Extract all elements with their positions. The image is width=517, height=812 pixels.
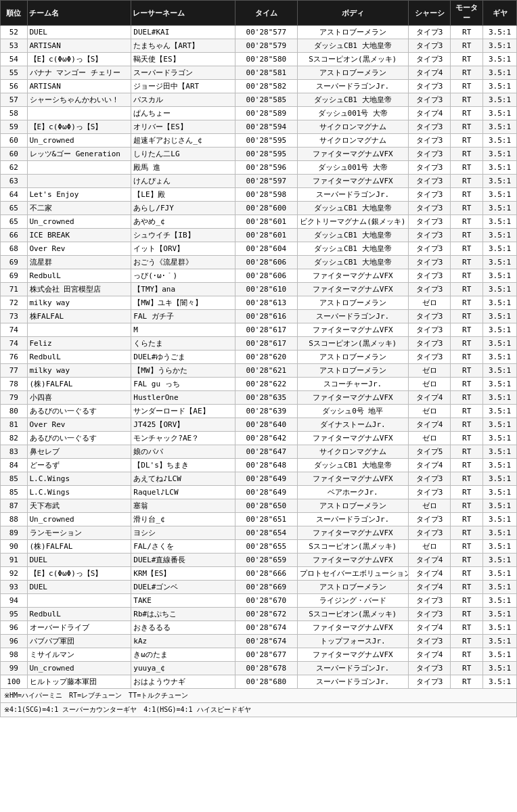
table-row: 65不二家あらし/FJY00'28"600ダッシュCB1 大地皇帝タイプ3RT3… <box>1 202 517 215</box>
table-row: 84どーるず【DL's】ちまき00'28"648ダッシュCB1 大地皇帝タイプ4… <box>1 459 517 472</box>
table-row: 77milky way【MW】うらかた00'28"621アストロブーメランゼロR… <box>1 364 517 378</box>
table-row: 74Felizくらたま00'28"617Sスコーピオン(黒メッキ)タイプ3RT3… <box>1 337 517 351</box>
header-time: タイム <box>235 1 297 26</box>
results-table: 順位 チーム名 レーサーネーム タイム ボディ シャーシ モーター ギヤ 52D… <box>0 0 517 689</box>
header-chassis: シャーシ <box>408 1 450 26</box>
table-row: 92【E】c(ΦωΦ)っ【S】KRM【ES】00'28"666プロトセイバーエボ… <box>1 567 517 581</box>
table-row: 100ヒルトップ藤本軍団おはようウナギ00'28"680スーパードラゴンJr.タ… <box>1 675 517 689</box>
header-team: チーム名 <box>27 1 131 26</box>
table-row: 53ARTISANたまちゃん【ART】00'28"579ダッシュCB1 大地皇帝… <box>1 39 517 53</box>
header-racer: レーサーネーム <box>131 1 235 26</box>
table-row: 99Un_crownedyuuya_¢00'28"678スーパードラゴンJr.タ… <box>1 662 517 675</box>
header-body: ボディ <box>297 1 408 26</box>
table-row: 74M00'28"617ファイターマグナムVFXタイプ3RT3.5:1 <box>1 323 517 337</box>
table-row: 55バナナ マンゴー チェリースーパードラゴン00'28"581アストロブーメラ… <box>1 66 517 80</box>
table-row: 83鼻セレブ娘のパパ00'28"647サイクロンマグナムタイプ5RT3.5:1 <box>1 445 517 459</box>
table-row: 69RedbulLっぴ(･ω･｀)00'28"606ファイターマグナムVFXタイ… <box>1 269 517 283</box>
table-row: 63けんぴょん00'28"597ファイターマグナムVFXタイプ3RT3.5:1 <box>1 175 517 188</box>
table-row: 81Over RevJT425【ORV】00'28"640ダイナストームJr.タ… <box>1 418 517 432</box>
table-row: 98ミサイルマンきωのたま00'28"677ファイターマグナムVFXタイプ4RT… <box>1 648 517 662</box>
table-row: 73株FALFALFAL ガチ子00'28"616スーパードラゴンJr.タイプ3… <box>1 310 517 323</box>
table-row: 85L.C.WingsRaquel♪LCW00'28"649ベアホークJr.タイ… <box>1 486 517 499</box>
table-row: 78(株)FALFALFAL gu っち00'28"622スコーチャーJr.ゼロ… <box>1 378 517 391</box>
table-row: 85L.C.Wingsあえてね♪LCW00'28"649ファイターマグナムVFX… <box>1 472 517 486</box>
table-row: 71株式会社 田宮模型店【TMY】ana00'28"610ファイターマグナムVF… <box>1 283 517 296</box>
table-row: 87天下布武塞翁00'28"650アストロブーメランゼロRT3.5:1 <box>1 499 517 513</box>
table-row: 88Un_crowned滑り台_¢00'28"651スーパードラゴンJr.タイプ… <box>1 513 517 526</box>
table-row: 82あるびのい一ぐるすモンチャック?AE？00'28"642ファイターマグナムV… <box>1 432 517 445</box>
table-row: 52DUELDUEL#KAI00'28"577アストロブーメランタイプ3RT3.… <box>1 26 517 39</box>
table-row: 60レッツ&ゴー Generationしりたん二LG00'28"595ファイター… <box>1 148 517 161</box>
table-row: 95RedbulLRb#はぷちこ00'28"672Sスコーピオン(黒メッキ)タイ… <box>1 608 517 621</box>
table-row: 96パブパブ軍団kAz00'28"674トップフォースJr.タイプ3RT3.5:… <box>1 635 517 648</box>
table-row: 58ぱんちょー00'28"589ダッシュ001号 大帝タイプ4RT3.5:1 <box>1 107 517 120</box>
header-gear: ギヤ <box>483 1 517 26</box>
table-row: 54【E】c(ΦωΦ)っ【S】鞨天使【ES】00'28"580Sスコーピオン(黒… <box>1 53 517 66</box>
table-row: 79小四喜HustlerOne00'28"635ファイターマグナムVFXタイプ4… <box>1 391 517 405</box>
table-row: 96オーバードライブおきるるる00'28"674ファイターマグナムVFXタイプ4… <box>1 621 517 635</box>
table-row: 89ランモーションヨシシ00'28"654ファイターマグナムVFXタイプ3RT3… <box>1 526 517 540</box>
table-row: 59【E】c(ΦωΦ)っ【S】オリバー【ES】00'28"594サイクロンマグナ… <box>1 120 517 134</box>
table-row: 62殿馬 進00'28"596ダッシュ001号 大帝タイプ3RT3.5:1 <box>1 161 517 175</box>
table-row: 91DUELDUEL#直線番長00'28"659ファイターマグナムVFXタイプ4… <box>1 554 517 567</box>
table-row: 60Un_crowned超速ギアおじさん_¢00'28"595サイクロンマグナム… <box>1 134 517 148</box>
footer-note2: ※4:1(SCG)=4:1 スーパーカウンターギヤ 4:1(HSG)=4:1 ハ… <box>0 703 517 717</box>
table-row: 72milky way【MW】ユキ【闇々】00'28"613アストロブーメランゼ… <box>1 296 517 310</box>
header-rank: 順位 <box>1 1 28 26</box>
footer-note1: ※HM=ハイパーミニ RT=レブチューン TT=トルクチューン <box>0 689 517 703</box>
table-row: 80あるびのい一ぐるすサンダーロード【AE】00'28"639ダッシュ0号 地平… <box>1 405 517 418</box>
table-row: 69流星群おごう《流星群》00'28"606ダッシュCB1 大地皇帝タイプ3RT… <box>1 256 517 269</box>
header-motor: モーター <box>451 1 483 26</box>
table-row: 65Un_crownedあやめ_¢00'28"601ビクトリーマグナム(銀メッキ… <box>1 215 517 229</box>
table-row: 64Let's Enjoy【LE】殿00'28"598スーパードラゴンJr.タイ… <box>1 188 517 202</box>
table-row: 57シャーシちゃんかわいい！パスカル00'28"585ダッシュCB1 大地皇帝タ… <box>1 93 517 107</box>
table-row: 76RedbulLDUEL#ゆうごま00'28"620アストロブーメランタイプ3… <box>1 351 517 364</box>
table-row: 94TAKE00'28"670ライジング・バードタイプ3RT3.5:1 <box>1 594 517 608</box>
table-row: 90(株)FALFALFAL/さくを00'28"655Sスコーピオン(黒メッキ)… <box>1 540 517 554</box>
table-row: 56ARTISANジョージ田中【ART00'28"582スーパードラゴンJr.タ… <box>1 80 517 93</box>
table-row: 66ICE BREAKシュウイチ【IB】00'28"601ダッシュCB1 大地皇… <box>1 229 517 242</box>
table-row: 68Over Revイット【ORV】00'28"604ダッシュCB1 大地皇帝タ… <box>1 242 517 256</box>
table-row: 93DUELDUEL#ゴンベ00'28"669アストロブーメランタイプ4RT3.… <box>1 581 517 594</box>
